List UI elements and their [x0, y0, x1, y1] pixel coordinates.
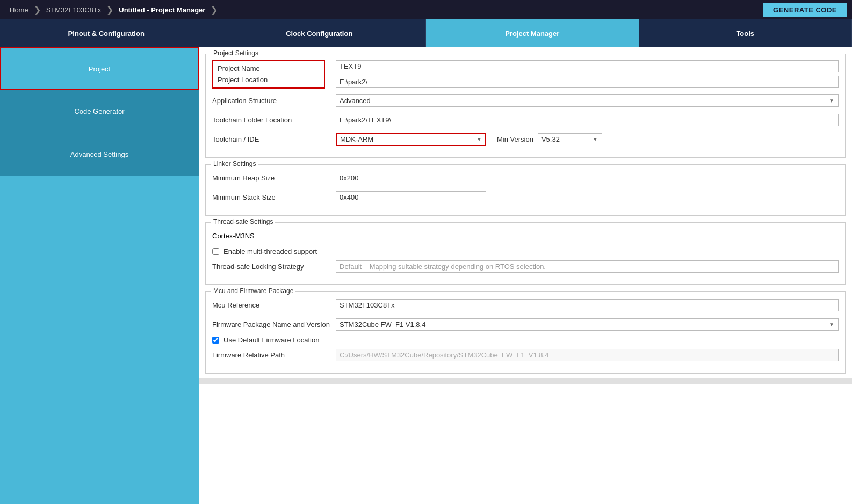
linker-settings-section: Linker Settings Minimum Heap Size Minimu… — [205, 164, 846, 216]
project-name-loc-box: Project Name Project Location — [212, 60, 325, 89]
locking-strategy-label: Thread-safe Locking Strategy — [212, 262, 330, 271]
breadcrumb-home[interactable]: Home — [5, 6, 33, 14]
locking-strategy-row: Thread-safe Locking Strategy — [212, 259, 839, 274]
mcu-ref-input[interactable] — [336, 299, 839, 311]
firmware-pkg-row: Firmware Package Name and Version STM32C… — [212, 317, 839, 332]
project-settings-section: Project Settings Project Name Project Lo… — [205, 54, 846, 158]
multi-thread-checkbox-row: Enable multi-threaded support — [212, 247, 839, 255]
bottom-scrollbar[interactable] — [199, 378, 852, 384]
cortex-label: Cortex-M3NS — [212, 232, 255, 240]
min-heap-row: Minimum Heap Size — [212, 170, 839, 185]
breadcrumb-arrow-3: ❯ — [211, 5, 218, 15]
toolchain-folder-label: Toolchain Folder Location — [212, 116, 330, 124]
tab-project-manager[interactable]: Project Manager — [426, 19, 639, 47]
breadcrumb-arrow-2: ❯ — [106, 5, 113, 15]
min-version-label: Min Version — [497, 135, 533, 143]
firmware-path-label: Firmware Relative Path — [212, 351, 330, 359]
min-heap-input[interactable] — [336, 172, 486, 184]
sidebar-item-project[interactable]: Project — [0, 47, 199, 90]
app-structure-select-wrapper: Advanced Basic — [336, 94, 839, 107]
toolchain-folder-row: Toolchain Folder Location — [212, 112, 839, 127]
toolchain-row: MDK-ARM EWARM STM32CubeIDE Makefile Min … — [336, 133, 839, 146]
project-name-label: Project Name — [218, 63, 320, 74]
mcu-ref-label: Mcu Reference — [212, 301, 330, 309]
app-structure-select[interactable]: Advanced Basic — [336, 94, 839, 107]
min-heap-label: Minimum Heap Size — [212, 174, 330, 182]
min-version-select[interactable]: V5.32 V5.27 V5.26 — [538, 133, 602, 145]
sidebar-item-code-generator[interactable]: Code Generator — [0, 90, 199, 133]
toolchain-select-wrapper: MDK-ARM EWARM STM32CubeIDE Makefile — [336, 133, 486, 146]
breadcrumb-mcu[interactable]: STM32F103C8Tx — [42, 6, 106, 14]
default-firmware-label: Use Default Firmware Location — [223, 336, 319, 344]
breadcrumb: Home ❯ STM32F103C8Tx ❯ Untitled - Projec… — [5, 5, 219, 15]
main-content: Project Settings Project Name Project Lo… — [199, 47, 852, 504]
toolchain-folder-input[interactable] — [336, 114, 839, 126]
main-tab-bar: Pinout & Configuration Clock Configurati… — [0, 19, 852, 47]
breadcrumb-project[interactable]: Untitled - Project Manager — [114, 6, 210, 14]
mcu-firmware-title: Mcu and Firmware Package — [211, 287, 295, 295]
mcu-ref-row: Mcu Reference — [212, 297, 839, 312]
min-stack-row: Minimum Stack Size — [212, 189, 839, 204]
sidebar-item-advanced-settings[interactable]: Advanced Settings — [0, 133, 199, 176]
default-firmware-checkbox[interactable] — [212, 337, 219, 344]
firmware-pkg-label: Firmware Package Name and Version — [212, 320, 330, 328]
project-location-label: Project Location — [218, 74, 320, 85]
toolchain-ide-row: Toolchain / IDE MDK-ARM EWARM STM32CubeI… — [212, 132, 839, 147]
breadcrumb-arrow-1: ❯ — [34, 5, 41, 15]
sidebar: Project Code Generator Advanced Settings — [0, 47, 199, 504]
tab-pinout[interactable]: Pinout & Configuration — [0, 19, 213, 47]
project-name-loc-row: Project Name Project Location — [212, 60, 839, 89]
min-version-wrap: Min Version V5.32 V5.27 V5.26 — [497, 133, 602, 145]
multi-thread-checkbox[interactable] — [212, 248, 219, 255]
thread-safe-title: Thread-safe Settings — [211, 218, 275, 225]
firmware-path-row: Firmware Relative Path — [212, 347, 839, 362]
firmware-pkg-select[interactable]: STM32Cube FW_F1 V1.8.4 — [336, 318, 839, 331]
project-location-input[interactable] — [336, 76, 839, 88]
top-nav-bar: Home ❯ STM32F103C8Tx ❯ Untitled - Projec… — [0, 0, 852, 19]
toolchain-ide-label: Toolchain / IDE — [212, 135, 330, 143]
min-stack-input[interactable] — [336, 191, 486, 203]
tab-tools[interactable]: Tools — [639, 19, 853, 47]
project-name-input[interactable] — [336, 60, 839, 72]
app-structure-label: Application Structure — [212, 97, 330, 105]
min-version-select-wrapper: V5.32 V5.27 V5.26 — [538, 133, 602, 145]
tab-clock[interactable]: Clock Configuration — [213, 19, 427, 47]
multi-thread-label: Enable multi-threaded support — [223, 247, 317, 255]
app-structure-row: Application Structure Advanced Basic — [212, 93, 839, 108]
mcu-firmware-section: Mcu and Firmware Package Mcu Reference F… — [205, 291, 846, 374]
firmware-path-input[interactable] — [336, 349, 839, 361]
thread-safe-section: Thread-safe Settings Cortex-M3NS Enable … — [205, 222, 846, 285]
locking-strategy-input — [336, 260, 839, 273]
content-area: Project Code Generator Advanced Settings… — [0, 47, 852, 504]
firmware-pkg-select-wrapper: STM32Cube FW_F1 V1.8.4 — [336, 318, 839, 331]
min-stack-label: Minimum Stack Size — [212, 193, 330, 201]
generate-code-button[interactable]: GENERATE CODE — [763, 3, 847, 17]
project-settings-title: Project Settings — [211, 49, 261, 57]
cortex-label-row: Cortex-M3NS — [212, 228, 839, 243]
linker-settings-title: Linker Settings — [211, 160, 258, 167]
toolchain-ide-select[interactable]: MDK-ARM EWARM STM32CubeIDE Makefile — [336, 133, 486, 146]
default-firmware-checkbox-row: Use Default Firmware Location — [212, 336, 839, 344]
